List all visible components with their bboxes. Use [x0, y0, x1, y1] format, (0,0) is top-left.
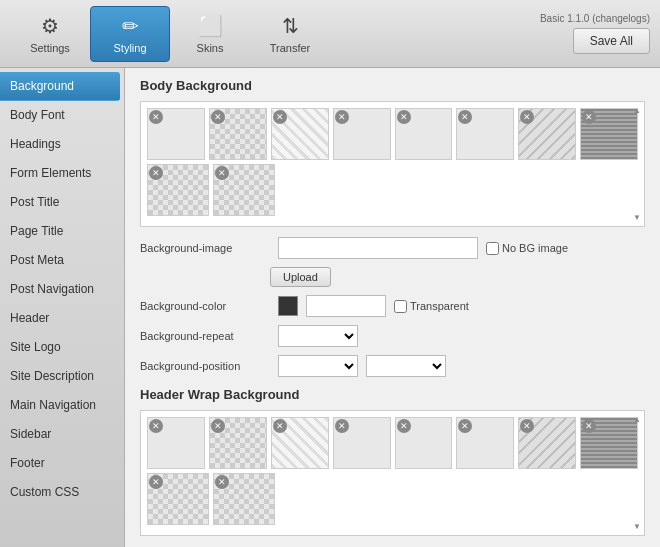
body-background-title: Body Background — [140, 78, 645, 93]
sidebar-item-form-elements[interactable]: Form Elements — [0, 159, 124, 188]
bg-position-y-select[interactable]: top center bottom — [366, 355, 446, 377]
tab-transfer[interactable]: ⇅ Transfer — [250, 6, 330, 62]
sidebar-item-custom-css[interactable]: Custom CSS — [0, 478, 124, 507]
sidebar-item-headings[interactable]: Headings — [0, 130, 124, 159]
pattern-item[interactable]: ✕ — [271, 108, 329, 160]
right-panel: Body Background ✕ ✕ ✕ ✕ — [125, 68, 660, 547]
toolbar-right: Basic 1.1.0 (changelogs) Save All — [540, 13, 650, 54]
tab-styling-label: Styling — [113, 42, 146, 54]
header-pattern-item[interactable]: ✕ — [271, 417, 329, 469]
scroll-down-arrow[interactable]: ▼ — [633, 213, 641, 222]
pattern-item[interactable]: ✕ — [333, 108, 391, 160]
remove-pattern-button[interactable]: ✕ — [215, 166, 229, 180]
bg-image-row: Background-image No BG image — [140, 237, 645, 259]
bg-position-label: Background-position — [140, 360, 270, 372]
header-wrap-grid: ✕ ✕ ✕ ✕ ✕ ✕ — [140, 410, 645, 536]
sidebar-item-post-title[interactable]: Post Title — [0, 188, 124, 217]
header-pattern-item[interactable]: ✕ — [209, 417, 267, 469]
pattern-item[interactable]: ✕ — [395, 108, 453, 160]
sidebar-item-background[interactable]: Background — [0, 72, 120, 101]
remove-pattern-button[interactable]: ✕ — [149, 110, 163, 124]
tab-styling[interactable]: ✏ Styling — [90, 6, 170, 62]
header-pattern-item[interactable]: ✕ — [456, 417, 514, 469]
upload-button[interactable]: Upload — [270, 267, 331, 287]
upload-row: Upload — [270, 267, 645, 287]
sidebar-item-footer[interactable]: Footer — [0, 449, 124, 478]
remove-pattern-button[interactable]: ✕ — [397, 110, 411, 124]
remove-pattern-button[interactable]: ✕ — [149, 166, 163, 180]
pattern-item[interactable]: ✕ — [213, 164, 275, 216]
bg-color-row: Background-color Transparent — [140, 295, 645, 317]
header-pattern-item[interactable]: ✕ — [213, 473, 275, 525]
no-bg-image-checkbox[interactable] — [486, 242, 499, 255]
tab-skins[interactable]: ⬜ Skins — [170, 6, 250, 62]
remove-pattern-button[interactable]: ✕ — [149, 419, 163, 433]
toolbar: ⚙ Settings ✏ Styling ⬜ Skins ⇅ Transfer … — [0, 0, 660, 68]
header-pattern-item[interactable]: ✕ — [395, 417, 453, 469]
tab-settings-label: Settings — [30, 42, 70, 54]
bg-position-x-select[interactable]: left center right — [278, 355, 358, 377]
sidebar-item-main-navigation[interactable]: Main Navigation — [0, 391, 124, 420]
styling-icon: ✏ — [122, 14, 139, 38]
pattern-item[interactable]: ✕ — [209, 108, 267, 160]
sidebar-item-post-navigation[interactable]: Post Navigation — [0, 275, 124, 304]
sidebar-item-site-logo[interactable]: Site Logo — [0, 333, 124, 362]
tab-skins-label: Skins — [197, 42, 224, 54]
transparent-label: Transparent — [394, 300, 469, 313]
body-background-grid: ✕ ✕ ✕ ✕ ✕ ✕ — [140, 101, 645, 227]
pattern-row-1: ✕ ✕ ✕ ✕ ✕ ✕ — [147, 108, 638, 160]
color-picker-swatch[interactable] — [278, 296, 298, 316]
no-bg-image-label: No BG image — [486, 242, 568, 255]
remove-pattern-button[interactable]: ✕ — [149, 475, 163, 489]
transparent-checkbox[interactable] — [394, 300, 407, 313]
sidebar-item-site-description[interactable]: Site Description — [0, 362, 124, 391]
pattern-item[interactable]: ✕ — [518, 108, 576, 160]
skins-icon: ⬜ — [198, 14, 223, 38]
sidebar-item-post-meta[interactable]: Post Meta — [0, 246, 124, 275]
bg-position-row: Background-position left center right to… — [140, 355, 645, 377]
scroll-up-arrow[interactable]: ▲ — [633, 415, 641, 424]
remove-pattern-button[interactable]: ✕ — [458, 419, 472, 433]
sidebar-item-page-title[interactable]: Page Title — [0, 217, 124, 246]
transfer-icon: ⇅ — [282, 14, 299, 38]
scroll-up-arrow[interactable]: ▲ — [633, 106, 641, 115]
save-all-button[interactable]: Save All — [573, 28, 650, 54]
bg-image-input[interactable] — [278, 237, 478, 259]
remove-pattern-button[interactable]: ✕ — [520, 110, 534, 124]
header-pattern-item[interactable]: ✕ — [580, 417, 638, 469]
pattern-row-2: ✕ ✕ — [147, 164, 638, 216]
tab-transfer-label: Transfer — [270, 42, 311, 54]
pattern-item[interactable]: ✕ — [147, 164, 209, 216]
header-pattern-item[interactable]: ✕ — [147, 417, 205, 469]
bg-image-label: Background-image — [140, 242, 270, 254]
remove-pattern-button[interactable]: ✕ — [582, 419, 596, 433]
sidebar-item-body-font[interactable]: Body Font — [0, 101, 124, 130]
header-pattern-row-1: ✕ ✕ ✕ ✕ ✕ ✕ — [147, 417, 638, 469]
header-pattern-item[interactable]: ✕ — [333, 417, 391, 469]
sidebar-item-sidebar[interactable]: Sidebar — [0, 420, 124, 449]
color-hex-input[interactable] — [306, 295, 386, 317]
remove-pattern-button[interactable]: ✕ — [458, 110, 472, 124]
bg-color-label: Background-color — [140, 300, 270, 312]
sidebar-item-header[interactable]: Header — [0, 304, 124, 333]
header-pattern-item[interactable]: ✕ — [147, 473, 209, 525]
pattern-item[interactable]: ✕ — [580, 108, 638, 160]
remove-pattern-button[interactable]: ✕ — [397, 419, 411, 433]
bg-repeat-select[interactable]: repeat no-repeat repeat-x repeat-y — [278, 325, 358, 347]
bg-repeat-label: Background-repeat — [140, 330, 270, 342]
remove-pattern-button[interactable]: ✕ — [335, 110, 349, 124]
remove-pattern-button[interactable]: ✕ — [211, 419, 225, 433]
pattern-item[interactable]: ✕ — [456, 108, 514, 160]
remove-pattern-button[interactable]: ✕ — [520, 419, 534, 433]
scroll-down-arrow[interactable]: ▼ — [633, 522, 641, 531]
remove-pattern-button[interactable]: ✕ — [335, 419, 349, 433]
pattern-item[interactable]: ✕ — [147, 108, 205, 160]
header-wrap-title: Header Wrap Background — [140, 387, 645, 402]
remove-pattern-button[interactable]: ✕ — [273, 419, 287, 433]
tab-settings[interactable]: ⚙ Settings — [10, 6, 90, 62]
remove-pattern-button[interactable]: ✕ — [273, 110, 287, 124]
remove-pattern-button[interactable]: ✕ — [582, 110, 596, 124]
remove-pattern-button[interactable]: ✕ — [215, 475, 229, 489]
remove-pattern-button[interactable]: ✕ — [211, 110, 225, 124]
header-pattern-item[interactable]: ✕ — [518, 417, 576, 469]
